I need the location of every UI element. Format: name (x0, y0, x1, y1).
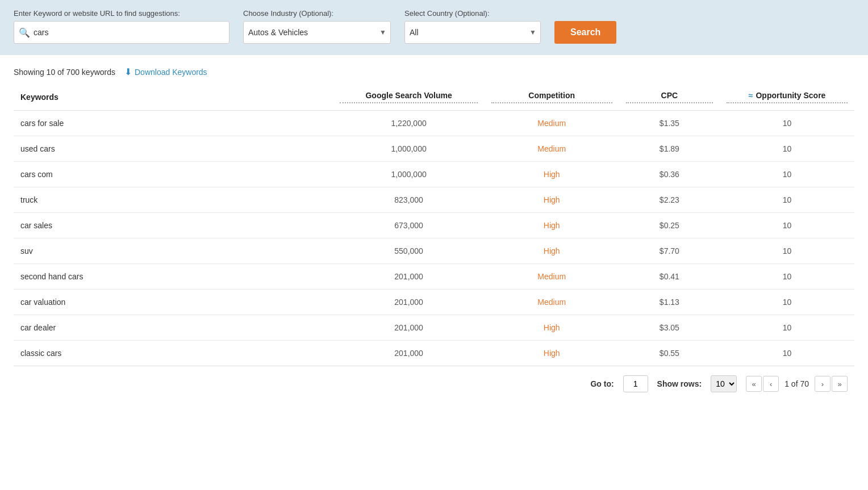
showing-text: Showing 10 of 700 keywords (14, 68, 115, 77)
download-icon: ⬇ (124, 66, 132, 77)
cell-opportunity: 10 (720, 315, 854, 341)
cell-keyword: truck (14, 187, 333, 213)
search-button[interactable]: Search (554, 21, 616, 44)
cell-volume: 1,000,000 (333, 162, 484, 187)
cell-opportunity: 10 (720, 136, 854, 162)
cell-cpc: $0.36 (619, 162, 720, 187)
pagination-row: Go to: Show rows: 10 25 50 « ‹ 1 of 70 ›… (14, 366, 854, 401)
show-rows-select[interactable]: 10 25 50 (711, 375, 737, 392)
goto-label: Go to: (590, 379, 614, 388)
cell-volume: 201,000 (333, 315, 484, 341)
next-page-button[interactable]: › (815, 376, 831, 392)
cell-keyword: classic cars (14, 341, 333, 366)
show-rows-label: Show rows: (657, 379, 702, 388)
last-page-button[interactable]: » (832, 376, 848, 392)
cell-cpc: $1.35 (619, 111, 720, 136)
cell-opportunity: 10 (720, 238, 854, 264)
cell-opportunity: 10 (720, 264, 854, 290)
cell-opportunity: 10 (720, 213, 854, 238)
search-icon: 🔍 (19, 27, 30, 38)
cell-competition: High (485, 162, 619, 187)
cell-competition: High (485, 187, 619, 213)
table-body: cars for sale 1,220,000 Medium $1.35 10 … (14, 111, 854, 366)
cell-volume: 201,000 (333, 290, 484, 315)
col-header-cpc: CPC (619, 86, 720, 111)
main-content: Showing 10 of 700 keywords ⬇ Download Ke… (0, 55, 868, 401)
cell-competition: Medium (485, 290, 619, 315)
search-input-wrap: 🔍 (14, 21, 229, 44)
industry-label: Choose Industry (Optional): (243, 9, 391, 18)
page-info: 1 of 70 (780, 379, 813, 388)
industry-select-outer: Autos & Vehicles Arts & Entertainment Be… (243, 21, 391, 44)
country-select-group: Select Country (Optional): All United St… (404, 9, 541, 44)
table-row: car dealer 201,000 High $3.05 10 (14, 315, 854, 341)
table-row: suv 550,000 High $7.70 10 (14, 238, 854, 264)
cell-opportunity: 10 (720, 162, 854, 187)
cell-competition: High (485, 315, 619, 341)
table-row: classic cars 201,000 High $0.55 10 (14, 341, 854, 366)
cell-volume: 1,000,000 (333, 136, 484, 162)
cell-keyword: car valuation (14, 290, 333, 315)
prev-page-button[interactable]: ‹ (763, 376, 779, 392)
country-select-outer: All United States United Kingdom Canada … (404, 21, 541, 44)
download-label: Download Keywords (135, 68, 207, 77)
waves-icon: ≈ (749, 91, 753, 100)
cell-competition: Medium (485, 264, 619, 290)
cell-volume: 673,000 (333, 213, 484, 238)
cell-keyword: suv (14, 238, 333, 264)
cell-cpc: $0.25 (619, 213, 720, 238)
cell-volume: 550,000 (333, 238, 484, 264)
col-header-competition: Competition (485, 86, 619, 111)
download-keywords-link[interactable]: ⬇ Download Keywords (124, 66, 207, 77)
col-header-volume: Google Search Volume (333, 86, 484, 111)
table-row: car valuation 201,000 Medium $1.13 10 (14, 290, 854, 315)
cell-opportunity: 10 (720, 341, 854, 366)
cell-cpc: $3.05 (619, 315, 720, 341)
cell-keyword: car dealer (14, 315, 333, 341)
keyword-search-group: Enter Keyword or website URL to find sug… (14, 9, 229, 44)
cell-cpc: $1.89 (619, 136, 720, 162)
cell-cpc: $2.23 (619, 187, 720, 213)
cell-competition: Medium (485, 136, 619, 162)
showing-row: Showing 10 of 700 keywords ⬇ Download Ke… (14, 66, 854, 77)
table-row: truck 823,000 High $2.23 10 (14, 187, 854, 213)
pagination-nav: « ‹ 1 of 70 › » (746, 376, 848, 392)
cell-volume: 823,000 (333, 187, 484, 213)
cell-cpc: $0.41 (619, 264, 720, 290)
cell-keyword: car sales (14, 213, 333, 238)
cell-opportunity: 10 (720, 290, 854, 315)
cell-keyword: cars com (14, 162, 333, 187)
cell-cpc: $1.13 (619, 290, 720, 315)
cell-competition: Medium (485, 111, 619, 136)
cell-competition: High (485, 213, 619, 238)
industry-select[interactable]: Autos & Vehicles Arts & Entertainment Be… (243, 21, 391, 44)
country-select[interactable]: All United States United Kingdom Canada … (404, 21, 541, 44)
col-header-keyword: Keywords (14, 86, 333, 111)
cell-cpc: $0.55 (619, 341, 720, 366)
cell-cpc: $7.70 (619, 238, 720, 264)
first-page-button[interactable]: « (746, 376, 762, 392)
keywords-table: Keywords Google Search Volume Competitio… (14, 86, 854, 366)
cell-keyword: cars for sale (14, 111, 333, 136)
table-row: car sales 673,000 High $0.25 10 (14, 213, 854, 238)
table-row: used cars 1,000,000 Medium $1.89 10 (14, 136, 854, 162)
keyword-label: Enter Keyword or website URL to find sug… (14, 9, 229, 18)
table-row: cars com 1,000,000 High $0.36 10 (14, 162, 854, 187)
cell-keyword: second hand cars (14, 264, 333, 290)
cell-volume: 1,220,000 (333, 111, 484, 136)
country-label: Select Country (Optional): (404, 9, 541, 18)
cell-competition: High (485, 238, 619, 264)
cell-competition: High (485, 341, 619, 366)
cell-opportunity: 10 (720, 111, 854, 136)
cell-opportunity: 10 (720, 187, 854, 213)
goto-input[interactable] (623, 375, 648, 392)
table-row: second hand cars 201,000 Medium $0.41 10 (14, 264, 854, 290)
search-bar-area: Enter Keyword or website URL to find sug… (0, 0, 868, 55)
cell-keyword: used cars (14, 136, 333, 162)
industry-select-group: Choose Industry (Optional): Autos & Vehi… (243, 9, 391, 44)
table-header: Keywords Google Search Volume Competitio… (14, 86, 854, 111)
col-header-opportunity: ≈ Opportunity Score (720, 86, 854, 111)
cell-volume: 201,000 (333, 341, 484, 366)
keyword-input[interactable] (34, 28, 224, 37)
cell-volume: 201,000 (333, 264, 484, 290)
